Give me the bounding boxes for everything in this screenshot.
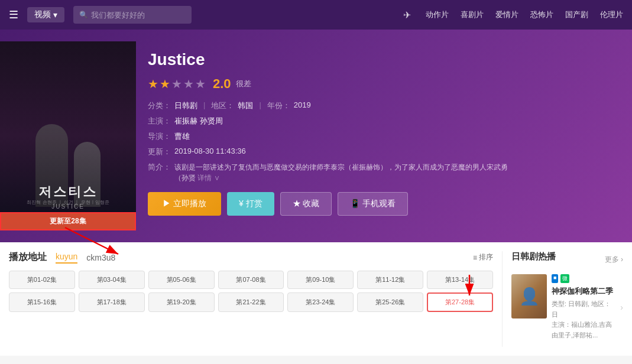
rating-section: ★ ★ ★ ★ ★ 2.0 很差: [148, 76, 608, 92]
logo-arrow-icon: ▾: [53, 10, 57, 20]
star-1: ★: [148, 77, 158, 91]
meta-cast-row: 主演： 崔振赫 孙贤周: [148, 116, 608, 126]
director-label: 导演：: [148, 131, 174, 142]
nav-link-ethics[interactable]: 伦理片: [600, 9, 623, 20]
poster-credits: 최진혁 손현주 ㅣ 이건 ㅣ 우현ㅣ임형준: [27, 200, 109, 205]
ep-19-20[interactable]: 第19-20集: [148, 292, 215, 312]
send-icon[interactable]: ✈: [403, 9, 411, 21]
sidebar-section: 日韩剧热播 更多 › 👤 ■ 微 神探伽利略第二季 类型: 日韩剧, 地区：日 …: [502, 251, 632, 347]
episode-grid-row2: 第15-16集 第17-18集 第19-20集 第21-22集 第23-24集 …: [9, 292, 493, 312]
category-value[interactable]: 日韩剧: [174, 100, 197, 111]
rating-score: 2.0: [213, 76, 231, 92]
menu-icon[interactable]: ☰: [9, 8, 18, 21]
hero-section: 저스티스 JUSTICE 최진혁 손현주 ㅣ 이건 ㅣ 우현ㅣ임형준 更新至28…: [0, 30, 632, 242]
nav-link-romance[interactable]: 爱情片: [495, 9, 518, 20]
region-value[interactable]: 韩国: [238, 100, 253, 111]
sort-button[interactable]: ≡ 排序: [473, 252, 493, 262]
nav-link-domestic[interactable]: 国产剧: [565, 9, 588, 20]
ep-17-18[interactable]: 第17-18集: [79, 292, 145, 312]
desc-text: 该剧是一部讲述为了复仇而与恶魔做交易的律师李泰宗（崔振赫饰），为了家人而成为了恶…: [174, 162, 517, 183]
category-label: 分类：: [148, 100, 174, 111]
desc-more[interactable]: 详情 ∨: [197, 174, 219, 182]
update-value: 2019-08-30 11:43:36: [174, 147, 246, 155]
sidebar-card-arrow[interactable]: ›: [620, 303, 623, 312]
ep-07-08[interactable]: 第07-08集: [218, 271, 284, 289]
ep-05-06[interactable]: 第05-06集: [148, 271, 215, 289]
sidebar-header: 日韩剧热播 更多 ›: [511, 251, 623, 268]
ep-09-10[interactable]: 第09-10集: [287, 271, 354, 289]
sidebar-card-meta-2: 主演：福山雅治,吉高由里子,泽部祐...: [552, 320, 615, 340]
region-label: 地区：: [211, 100, 238, 111]
meta-director-row: 导演： 曹雄: [148, 131, 608, 142]
mobile-button[interactable]: 📱 手机观看: [338, 192, 408, 216]
star-5: ★: [195, 77, 206, 91]
ep-03-04[interactable]: 第03-04集: [79, 271, 145, 289]
year-label: 年份：: [267, 100, 294, 111]
star-rating: ★ ★ ★ ★ ★: [148, 77, 206, 91]
sidebar-thumbnail[interactable]: 👤: [511, 274, 547, 318]
nav-link-comedy[interactable]: 喜剧片: [461, 9, 484, 20]
star-3: ★: [171, 77, 182, 91]
action-buttons: ▶ 立即播放 ¥ 打赏 ★ 收藏 📱 手机观看: [148, 192, 608, 216]
nav-links: 动作片 喜剧片 爱情片 恐怖片 国产剧 伦理片: [426, 9, 623, 20]
ep-21-22[interactable]: 第21-22集: [218, 292, 284, 312]
ep-01-02[interactable]: 第01-02集: [9, 271, 75, 289]
sidebar-card-meta-1: 类型: 日韩剧, 地区：日: [552, 299, 615, 320]
cast-label: 主演：: [148, 116, 174, 126]
search-bar[interactable]: 🔍: [73, 6, 192, 24]
ep-11-12[interactable]: 第11-12集: [357, 271, 423, 289]
update-label: 更新：: [148, 147, 174, 157]
cast-value[interactable]: 崔振赫 孙贤周: [174, 116, 223, 126]
sidebar-more-link[interactable]: 更多 ›: [605, 255, 623, 265]
sidebar-card-title[interactable]: 神探伽利略第二季: [552, 286, 615, 297]
meta-update-row: 更新： 2019-08-30 11:43:36: [148, 147, 608, 157]
desc-label: 简介：: [148, 162, 174, 173]
badge-wechat: 微: [560, 274, 569, 283]
tip-button[interactable]: ¥ 打赏: [227, 192, 274, 216]
year-value: 2019: [294, 100, 311, 109]
red-arrow-decoration: [59, 225, 130, 260]
director-value[interactable]: 曹雄: [174, 131, 190, 142]
meta-category-row: 分类： 日韩剧 | 地区： 韩国 | 年份： 2019: [148, 100, 608, 111]
search-icon: 🔍: [79, 11, 88, 19]
svg-line-1: [65, 228, 118, 254]
hero-info: Justice ★ ★ ★ ★ ★ 2.0 很差 分类： 日韩剧 | 地区： 韩…: [136, 41, 620, 230]
sidebar-card-detective: 👤 ■ 微 神探伽利略第二季 类型: 日韩剧, 地区：日 主演：福山雅治,吉高由…: [511, 274, 623, 341]
episodes-title: 播放地址: [9, 251, 47, 264]
ep-15-16[interactable]: 第15-16集: [9, 292, 75, 312]
star-2: ★: [160, 77, 170, 91]
badge-windows: ■: [552, 274, 558, 283]
fav-button[interactable]: ★ 收藏: [280, 192, 332, 216]
search-input[interactable]: [91, 11, 186, 20]
logo-label: 视频: [34, 9, 51, 20]
star-4: ★: [183, 77, 194, 91]
rating-label: 很差: [236, 79, 251, 89]
movie-meta: 分类： 日韩剧 | 地区： 韩国 | 年份： 2019 主演： 崔振赫 孙贤周 …: [148, 100, 608, 183]
nav-link-horror[interactable]: 恐怖片: [530, 9, 553, 20]
ep-25-26[interactable]: 第25-26集: [357, 292, 423, 312]
sidebar-title: 日韩剧热播: [511, 251, 556, 262]
episodes-section: 播放地址 kuyun ckm3u8 ≡ 排序 第01-02集 第03-04集 第…: [0, 251, 502, 347]
red-arrow-ep-decoration: [452, 272, 487, 301]
movie-title: Justice: [148, 50, 608, 69]
sidebar-card-info: ■ 微 神探伽利略第二季 类型: 日韩剧, 地区：日 主演：福山雅治,吉高由里子…: [552, 274, 615, 341]
meta-desc-row: 简介： 该剧是一部讲述为了复仇而与恶魔做交易的律师李泰宗（崔振赫饰），为了家人而…: [148, 162, 608, 183]
ep-23-24[interactable]: 第23-24集: [287, 292, 354, 312]
nav-link-action[interactable]: 动作片: [426, 9, 449, 20]
top-navigation: ☰ 视频 ▾ 🔍 ✈ 动作片 喜剧片 爱情片 恐怖片 国产剧 伦理片: [0, 0, 632, 30]
episode-grid-row1: 第01-02集 第03-04集 第05-06集 第07-08集 第09-10集 …: [9, 271, 493, 289]
play-button[interactable]: ▶ 立即播放: [148, 192, 221, 216]
logo-button[interactable]: 视频 ▾: [27, 7, 64, 22]
movie-poster: 저스티스 JUSTICE 최진혁 손현주 ㅣ 이건 ㅣ 우현ㅣ임형준 更新至28…: [0, 41, 136, 230]
sort-icon: ≡: [473, 254, 477, 262]
